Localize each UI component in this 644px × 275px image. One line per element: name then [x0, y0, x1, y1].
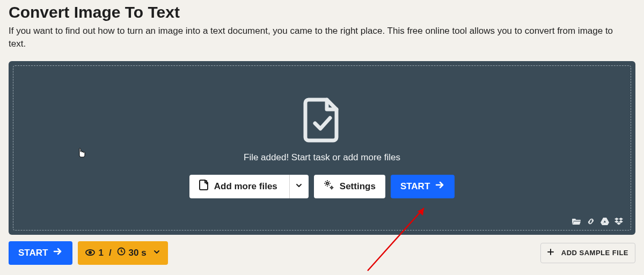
add-more-label: Add more files [214, 181, 277, 192]
sample-label: ADD SAMPLE FILE [561, 249, 628, 257]
add-more-dropdown-button[interactable] [289, 175, 309, 198]
start-button[interactable]: START [391, 175, 455, 198]
svg-point-2 [326, 182, 328, 184]
page-title: Convert Image To Text [9, 3, 635, 21]
add-sample-file-button[interactable]: ADD SAMPLE FILE [540, 243, 635, 263]
arrow-right-icon [53, 247, 63, 259]
google-drive-icon[interactable] [601, 218, 609, 225]
settings-label: Settings [340, 181, 376, 192]
dropzone-inner: File added! Start task or add more files [13, 65, 631, 231]
cloud-sources-row [572, 217, 623, 226]
queue-status-button[interactable]: 1 / 30 s [78, 241, 167, 265]
queue-count-icon [85, 248, 95, 258]
start-label: START [400, 181, 430, 192]
settings-button[interactable]: Settings [314, 175, 385, 198]
queue-sep: / [109, 248, 112, 258]
dropzone-status-text: File added! Start task or add more files [244, 152, 400, 163]
bottom-start-label: START [18, 248, 48, 258]
page-description: If you want to find out how to turn an i… [9, 25, 620, 50]
bottom-start-button[interactable]: START [9, 241, 72, 265]
link-icon[interactable] [587, 217, 595, 226]
svg-point-7 [89, 251, 91, 254]
clock-icon [117, 247, 126, 258]
arrow-right-icon [435, 180, 445, 192]
add-more-group: Add more files [189, 175, 309, 198]
gears-icon [324, 180, 334, 193]
chevron-down-icon [153, 248, 160, 258]
svg-point-3 [331, 187, 332, 188]
file-plus-icon [199, 180, 209, 193]
bottom-bar: START 1 / 30 s [9, 241, 635, 265]
dropzone-button-row: Add more files [189, 175, 455, 198]
add-more-files-button[interactable]: Add more files [189, 175, 289, 198]
dropbox-icon[interactable] [614, 218, 623, 225]
file-check-icon [303, 98, 341, 145]
folder-open-icon[interactable] [572, 218, 581, 225]
queue-count: 1 [98, 248, 103, 258]
plus-icon [547, 249, 554, 257]
queue-time: 30 s [129, 248, 147, 258]
chevron-down-icon [295, 181, 303, 192]
dropzone[interactable]: File added! Start task or add more files [9, 61, 635, 235]
